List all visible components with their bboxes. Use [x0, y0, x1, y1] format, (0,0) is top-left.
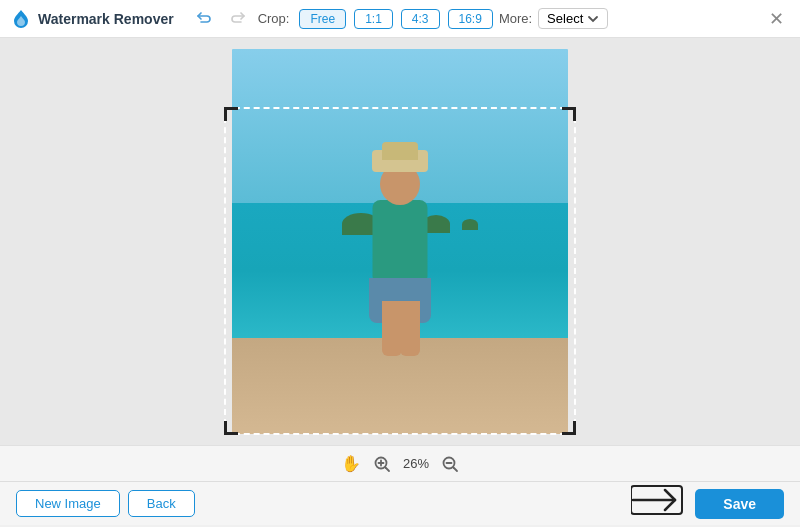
titlebar-left: Watermark Remover Crop: Free 1:1 4:3	[10, 5, 608, 33]
footer-left: New Image Back	[16, 490, 195, 517]
main-area	[0, 38, 800, 445]
more-controls: More: Select	[499, 8, 608, 29]
chevron-down-icon	[587, 13, 599, 25]
person-body	[373, 200, 428, 280]
crop-1-1-button[interactable]: 1:1	[354, 9, 393, 29]
select-label: Select	[547, 11, 583, 26]
redo-button[interactable]	[224, 5, 252, 33]
footer-right: Save	[631, 485, 784, 522]
titlebar: Watermark Remover Crop: Free 1:1 4:3	[0, 0, 800, 38]
more-label: More:	[499, 11, 532, 26]
redo-icon	[229, 10, 247, 28]
select-dropdown[interactable]: Select	[538, 8, 608, 29]
hand-tool-icon[interactable]: ✋	[341, 454, 361, 473]
zoom-in-icon[interactable]	[373, 455, 391, 473]
new-image-button[interactable]: New Image	[16, 490, 120, 517]
app-logo-icon	[10, 8, 32, 30]
island-4	[462, 219, 478, 230]
crop-free-button[interactable]: Free	[299, 9, 346, 29]
person-hat-top	[382, 142, 418, 160]
app-title: Watermark Remover	[38, 11, 174, 27]
zoom-out-icon[interactable]	[441, 455, 459, 473]
close-button[interactable]: ✕	[762, 5, 790, 33]
footer: New Image Back Save	[0, 481, 800, 525]
undo-icon	[195, 10, 213, 28]
crop-16-9-button[interactable]: 16:9	[448, 9, 493, 29]
undo-button[interactable]	[190, 5, 218, 33]
crop-label: Crop:	[258, 11, 290, 26]
photo-background	[232, 49, 568, 435]
save-button[interactable]: Save	[695, 489, 784, 519]
zoom-bar: ✋ 26%	[0, 445, 800, 481]
person-leg-left	[382, 301, 402, 356]
crop-4-3-button[interactable]: 4:3	[401, 9, 440, 29]
zoom-percent-label: 26%	[403, 456, 429, 471]
image-container	[232, 49, 568, 435]
titlebar-controls	[190, 5, 252, 33]
arrow-right-icon	[631, 485, 683, 522]
crop-controls: Crop: Free 1:1 4:3 16:9	[258, 9, 493, 29]
svg-line-5	[454, 467, 458, 471]
person-overlay	[340, 175, 460, 365]
person-leg-right	[400, 301, 420, 356]
svg-line-1	[385, 467, 389, 471]
back-button[interactable]: Back	[128, 490, 195, 517]
